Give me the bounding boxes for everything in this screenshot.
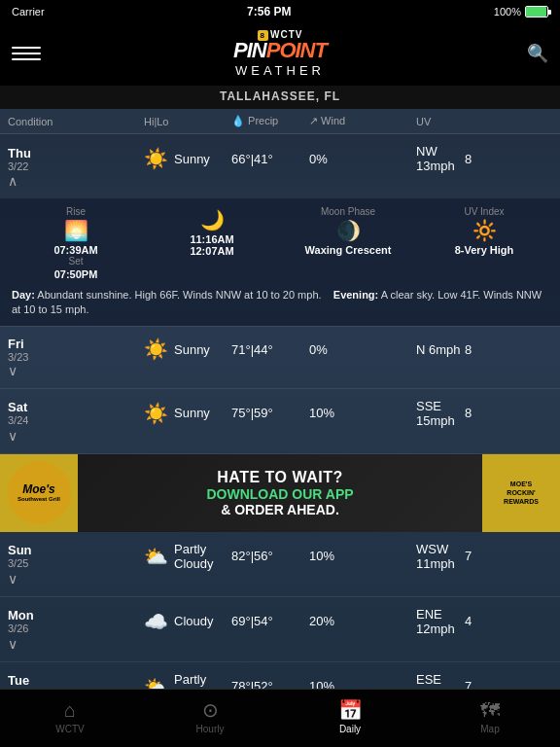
day-date-thu: 3/22 xyxy=(8,160,144,172)
logo-weather: WEATHER xyxy=(41,63,519,78)
weather-row-main-mon[interactable]: Mon 3/26 ☁️ Cloudy 69°|54° 20% ENE 12mph… xyxy=(0,597,560,661)
weather-row-main-sun[interactable]: Sun 3/25 ⛅ Partly Cloudy 82°|56° 10% WSW… xyxy=(0,532,560,596)
rewards-badge: MOE'SROCKIN'REWARDS xyxy=(487,459,555,527)
day-date-sat: 3/24 xyxy=(8,414,144,426)
precip-tue: 10% xyxy=(309,679,416,689)
wx-icon-tue: ⛅ xyxy=(144,675,168,689)
weather-row-main-fri[interactable]: Fri 3/23 ☀️ Sunny 71°|44° 0% N 6mph 8 ∨ xyxy=(0,327,560,388)
weather-row-sun: Sun 3/25 ⛅ Partly Cloudy 82°|56° 10% WSW… xyxy=(0,532,560,597)
day-name-fri: Fri xyxy=(8,337,144,351)
day-name-thu: Thu xyxy=(8,146,144,160)
condition-mon: ☁️ Cloudy xyxy=(144,610,231,633)
calendar-icon: 📅 xyxy=(338,698,363,722)
temp-thu: 66°|41° xyxy=(231,152,309,166)
detail-moon-rise: 🌙 11:16AM 12:07AM xyxy=(148,206,276,280)
ad-center: HATE TO WAIT? DOWNLOAD OUR APP & ORDER A… xyxy=(78,454,482,532)
condition-fri: ☀️ Sunny xyxy=(144,338,231,361)
nav-hourly[interactable]: ⊙ Hourly xyxy=(140,690,280,747)
detail-top-thu: Rise 🌅 07:39AM Set 07:50PM 🌙 11:16AM 12:… xyxy=(12,206,548,280)
nav-wctv[interactable]: ⌂ WCTV xyxy=(0,690,140,747)
weather-row-sat: Sat 3/24 ☀️ Sunny 75°|59° 10% SSE 15mph … xyxy=(0,389,560,454)
search-button[interactable]: 🔍 xyxy=(519,43,548,64)
precip-sun: 10% xyxy=(309,549,416,563)
wx-icon-mon: ☁️ xyxy=(144,610,168,633)
app-header: 8WCTV PINPOINT WEATHER 🔍 xyxy=(0,23,560,86)
nav-map[interactable]: 🗺 Map xyxy=(420,690,560,747)
detail-thu: Rise 🌅 07:39AM Set 07:50PM 🌙 11:16AM 12:… xyxy=(0,198,560,326)
temp-fri: 71°|44° xyxy=(231,342,309,357)
clock-icon: ⊙ xyxy=(202,698,219,722)
day-info-thu: Thu 3/22 xyxy=(8,146,144,172)
battery-icon xyxy=(525,6,548,18)
scroll-content[interactable]: Thu 3/22 ☀️ Sunny 66°|41° 0% NW 13mph 8 … xyxy=(0,134,560,689)
condition-text-fri: Sunny xyxy=(174,342,210,357)
wind-mon: ENE 12mph xyxy=(416,607,465,636)
precip-sat: 10% xyxy=(309,406,416,420)
ad-sub2: & ORDER AHEAD. xyxy=(221,502,339,517)
location-text: TALLAHASSEE, FL xyxy=(220,89,340,103)
nav-wctv-label: WCTV xyxy=(55,724,84,734)
temp-sat: 75°|59° xyxy=(231,406,309,420)
temp-sun: 82°|56° xyxy=(231,549,309,563)
day-info-fri: Fri 3/23 xyxy=(8,337,144,363)
nav-daily[interactable]: 📅 Daily xyxy=(280,690,420,747)
wind-sun: WSW 11mph xyxy=(416,542,465,571)
temp-tue: 78°|52° xyxy=(231,679,309,689)
precip-mon: 20% xyxy=(309,614,416,628)
menu-button[interactable] xyxy=(12,47,41,60)
carrier-text: Carrier xyxy=(12,6,45,18)
precip-fri: 0% xyxy=(309,342,416,357)
condition-thu: ☀️ Sunny xyxy=(144,147,231,170)
ad-subline: DOWNLOAD OUR APP xyxy=(206,486,353,502)
weather-row-thu: Thu 3/22 ☀️ Sunny 66°|41° 0% NW 13mph 8 … xyxy=(0,134,560,327)
status-bar: Carrier 7:56 PM 100% xyxy=(0,0,560,23)
uv-thu: 8 xyxy=(465,152,494,166)
chevron-thu: ∧ xyxy=(8,173,144,189)
wx-icon-sat: ☀️ xyxy=(144,402,168,425)
nav-hourly-label: Hourly xyxy=(196,724,225,734)
app-logo: 8WCTV PINPOINT WEATHER xyxy=(41,29,519,78)
condition-text-mon: Cloudy xyxy=(174,614,213,628)
weather-row-mon: Mon 3/26 ☁️ Cloudy 69°|54° 20% ENE 12mph… xyxy=(0,597,560,662)
wind-tue: ESE 11mph xyxy=(416,672,465,689)
condition-sun: ⛅ Partly Cloudy xyxy=(144,542,231,571)
day-date-fri: 3/23 xyxy=(8,351,144,363)
condition-text-sat: Sunny xyxy=(174,406,210,420)
uv-fri: 8 xyxy=(465,342,494,357)
app-container: Carrier 7:56 PM 100% 8WCTV PINPOINT WEAT… xyxy=(0,0,560,747)
uv-sun: 7 xyxy=(465,549,494,563)
day-name-sat: Sat xyxy=(8,400,144,414)
col-precip: Precip xyxy=(231,115,309,127)
rewards-text: MOE'SROCKIN'REWARDS xyxy=(504,480,539,506)
detail-moon-phase: Moon Phase 🌒 Waxing Crescent xyxy=(284,206,412,280)
time-display: 7:56 PM xyxy=(247,5,291,18)
logo-pin-in: POINT xyxy=(266,38,327,62)
day-info-sun: Sun 3/25 xyxy=(8,543,144,569)
day-date-mon: 3/26 xyxy=(8,622,144,634)
col-hilo: Hi|Lo xyxy=(144,116,231,127)
nav-map-label: Map xyxy=(480,724,499,734)
table-header: Condition Hi|Lo Precip Wind UV xyxy=(0,109,560,134)
uv-mon: 4 xyxy=(465,614,494,628)
logo-pinpoint: PINPOINT xyxy=(41,40,519,61)
condition-sat: ☀️ Sunny xyxy=(144,402,231,425)
day-name-tue: Tue xyxy=(8,673,144,688)
ad-banner[interactable]: Moe's Southwest Grill HATE TO WAIT? DOWN… xyxy=(0,454,560,532)
ad-rewards-right: MOE'SROCKIN'REWARDS xyxy=(482,454,560,532)
precip-thu: 0% xyxy=(309,152,416,166)
weather-row-main-tue[interactable]: Tue 3/27 ⛅ Partly Cloudy 78°|52° 10% ESE… xyxy=(0,662,560,689)
col-uv: UV xyxy=(416,116,465,127)
day-info-sat: Sat 3/24 xyxy=(8,400,144,426)
wx-icon-sun: ⛅ xyxy=(144,545,168,568)
wind-fri: N 6mph xyxy=(416,342,465,357)
condition-text-sun: Partly Cloudy xyxy=(174,542,231,571)
day-name-mon: Mon xyxy=(8,608,144,622)
nav-daily-label: Daily xyxy=(339,724,361,734)
wx-icon-thu: ☀️ xyxy=(144,147,168,170)
map-icon: 🗺 xyxy=(480,699,500,722)
condition-text-thu: Sunny xyxy=(174,152,210,166)
day-info-tue: Tue 3/27 xyxy=(8,673,144,689)
weather-row-main-sat[interactable]: Sat 3/24 ☀️ Sunny 75°|59° 10% SSE 15mph … xyxy=(0,389,560,453)
chevron-sat: ∨ xyxy=(8,428,144,444)
weather-row-main-thu[interactable]: Thu 3/22 ☀️ Sunny 66°|41° 0% NW 13mph 8 … xyxy=(0,134,560,198)
